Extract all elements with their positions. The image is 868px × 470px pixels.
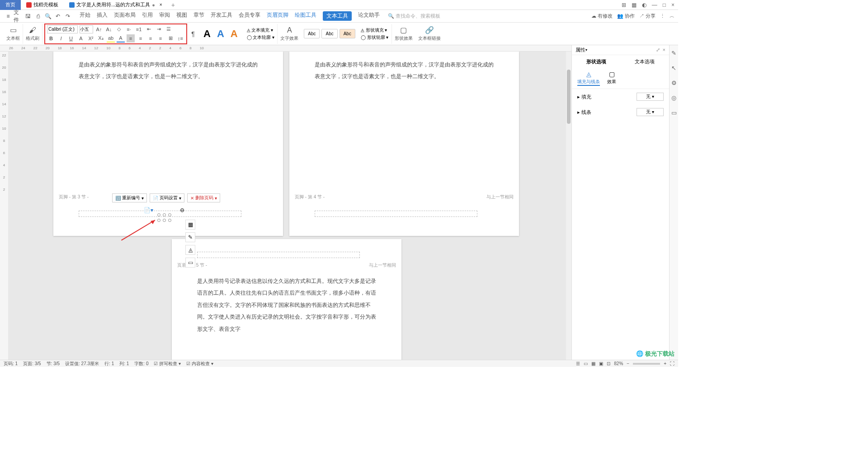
status-section[interactable]: 节: 3/5 — [47, 361, 60, 367]
window-minimize-icon[interactable]: — — [652, 2, 657, 8]
sb-settings-icon[interactable]: ⚙ — [671, 80, 677, 86]
renumber-button[interactable]: 🔢 重新编号 ▾ — [112, 193, 147, 202]
line-spacing-icon[interactable]: ↕≡ — [176, 34, 184, 42]
redo-icon[interactable]: ↷ — [63, 12, 72, 21]
view-read-icon[interactable]: ▣ — [599, 361, 603, 366]
underline-icon[interactable]: U — [67, 34, 75, 42]
align-right-icon[interactable]: ≡ — [146, 34, 155, 42]
align-center-icon[interactable]: ≡ — [137, 34, 145, 42]
bold-icon[interactable]: B — [47, 34, 55, 42]
indent-left-icon[interactable]: ⇤ — [145, 25, 153, 33]
shape-style-1[interactable]: Abc — [304, 29, 320, 38]
status-words[interactable]: 字数: 0 — [134, 361, 148, 367]
tab-template[interactable]: 找稻壳模板 — [21, 0, 64, 10]
menu-tab-view[interactable]: 视图 — [176, 11, 187, 21]
window-maximize-icon[interactable]: □ — [663, 2, 666, 8]
panel-subtab-fill[interactable]: ◬填充与线条 — [577, 70, 600, 86]
zoom-slider[interactable] — [633, 363, 660, 365]
close-icon[interactable]: × — [160, 2, 162, 7]
panel-pin-icon[interactable]: ⤢ — [656, 47, 660, 53]
menu-tab-member[interactable]: 会员专享 — [239, 11, 260, 21]
subscript-icon[interactable]: X₂ — [97, 34, 105, 42]
window-grid-icon[interactable]: ▦ — [632, 2, 637, 8]
menu-tab-header-footer[interactable]: 页眉页脚 — [267, 11, 288, 21]
increase-font-icon[interactable]: A↑ — [95, 25, 103, 33]
shape-outline-button[interactable]: ◯ 形状轮廓 ▾ — [361, 34, 389, 41]
align-left-icon[interactable]: ≡ — [127, 34, 135, 42]
line-select[interactable]: 无 ▾ — [637, 108, 664, 116]
preview-icon[interactable]: 🔍 — [43, 12, 52, 21]
panel-close-icon[interactable]: × — [663, 47, 665, 53]
float-fill-icon[interactable]: ◬ — [185, 245, 195, 255]
menu-tab-text-tools[interactable]: 文本工具 — [323, 11, 352, 21]
font-size-select[interactable] — [80, 25, 93, 33]
float-rect-icon[interactable]: ▭ — [185, 258, 195, 268]
decrease-font-icon[interactable]: A↓ — [105, 25, 113, 33]
sb-book-icon[interactable]: ▭ — [671, 109, 677, 116]
text-style-blue[interactable]: A — [214, 28, 227, 40]
print-icon[interactable]: ⎙ — [33, 12, 42, 21]
window-layout-icon[interactable]: ⊞ — [622, 2, 626, 8]
sb-clip-icon[interactable]: ◎ — [671, 94, 676, 101]
italic-icon[interactable]: I — [57, 34, 65, 42]
bullet-list-icon[interactable]: ≡· — [125, 25, 133, 33]
chevron-up-icon[interactable]: ︿ — [670, 13, 675, 19]
textbox-button[interactable]: ▭文本框 — [6, 26, 20, 42]
panel-subtab-effect[interactable]: ▢效果 — [607, 70, 616, 86]
format-painter-button[interactable]: 🖌格式刷 — [26, 26, 39, 42]
status-spellcheck[interactable]: ☑ 拼写检查 ▾ — [154, 361, 181, 367]
scrollbar-vertical[interactable] — [566, 52, 571, 360]
shape-style-3[interactable]: Abc — [340, 29, 355, 38]
window-close-icon[interactable]: × — [671, 2, 675, 8]
indent-right-icon[interactable]: ⇥ — [155, 25, 163, 33]
zoom-out-handle-icon[interactable]: ⊖ — [180, 207, 184, 213]
menu-tab-reference[interactable]: 引用 — [142, 11, 153, 21]
view-outline-icon[interactable]: ☰ — [576, 361, 580, 366]
paragraph-mark-icon[interactable]: ¶ — [189, 30, 197, 38]
more-icon[interactable]: ⋮ — [660, 13, 665, 19]
panel-tab-shape[interactable]: 形状选项 — [572, 56, 621, 68]
sb-select-icon[interactable]: ↖ — [671, 65, 676, 71]
status-pages[interactable]: 页面: 3/5 — [23, 361, 41, 367]
zoom-in-icon[interactable]: + — [664, 361, 666, 366]
menu-tab-draw-tools[interactable]: 绘图工具 — [295, 11, 316, 21]
collab-button[interactable]: 👥 协作 — [617, 13, 635, 19]
shape-style-2[interactable]: Abc — [321, 29, 337, 38]
float-table-icon[interactable]: ▦ — [185, 220, 195, 230]
menu-tab-insert[interactable]: 插入 — [97, 11, 108, 21]
textbox-link-button[interactable]: 🔗文本框链接 — [415, 26, 443, 42]
highlight-color-icon[interactable]: ab — [107, 34, 115, 42]
file-menu[interactable]: 文件 — [14, 12, 23, 21]
text-outline-button[interactable]: ◯ 文本轮廓 ▾ — [247, 34, 275, 41]
menu-icon[interactable]: ≡ — [4, 12, 13, 21]
text-style-black[interactable]: A — [201, 28, 213, 40]
superscript-icon[interactable]: X² — [87, 34, 95, 42]
number-list-icon[interactable]: ≡1 — [135, 25, 143, 33]
page-insert-icon[interactable]: 📄▾ — [144, 207, 153, 213]
status-col[interactable]: 列: 1 — [119, 361, 129, 367]
font-style-icon[interactable]: A — [77, 34, 85, 42]
tab-document[interactable]: 文字是人类用符...远的方式和工具 ● × — [64, 0, 168, 10]
tab-add-button[interactable]: + — [168, 1, 179, 9]
menu-tab-review[interactable]: 审阅 — [159, 11, 170, 21]
menu-tab-dev[interactable]: 开发工具 — [211, 11, 232, 21]
status-contentcheck[interactable]: ☑ 内容检查 ▾ — [186, 361, 213, 367]
menu-tab-thesis[interactable]: 论文助手 — [358, 11, 380, 21]
clear-format-icon[interactable]: ◇ — [115, 25, 123, 33]
font-color-icon[interactable]: A — [117, 34, 125, 42]
menu-tab-section[interactable]: 章节 — [193, 11, 204, 21]
page-setup-button[interactable]: 📄 页码设置 ▾ — [150, 193, 184, 202]
search-input[interactable]: 🔍 查找命令、搜索模板 — [388, 13, 440, 19]
float-pen-icon[interactable]: ✎ — [185, 232, 195, 242]
status-position[interactable]: 设置值: 27.3厘米 — [65, 361, 99, 367]
footer-area[interactable] — [315, 211, 477, 217]
fill-select[interactable]: 无 ▾ — [637, 93, 664, 101]
undo-icon[interactable]: ↶ — [53, 12, 62, 21]
view-web-icon[interactable]: ▦ — [591, 361, 595, 366]
distribute-icon[interactable]: ⊞ — [166, 34, 175, 42]
panel-tab-text[interactable]: 文本选项 — [621, 56, 670, 68]
zoom-value[interactable]: 82% — [614, 361, 623, 366]
justify-icon[interactable]: ≡ — [156, 34, 165, 42]
zoom-out-icon[interactable]: − — [627, 361, 629, 366]
share-button[interactable]: ↗ 分享 — [639, 13, 656, 19]
